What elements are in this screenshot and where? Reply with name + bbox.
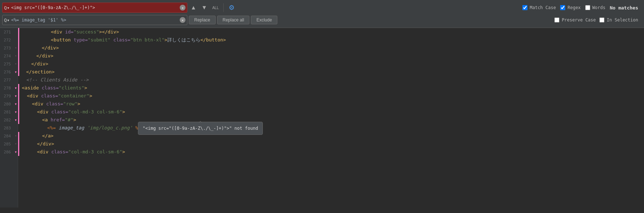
line-number-282: 282 ▼ [0, 116, 18, 124]
clear-search-button[interactable]: ✕ [180, 5, 186, 11]
replace-input[interactable]: <%= image_tag '$1' %> [11, 17, 178, 23]
code-line-275: </div> [22, 60, 644, 68]
line-number-273: 273 ◦ [0, 44, 18, 52]
line-number-283: 283 [0, 124, 18, 132]
exclude-button[interactable]: Exclude [251, 16, 277, 24]
code-line-280: <div class="row"> [22, 100, 644, 108]
nav-up-button[interactable]: ▲ [189, 4, 198, 12]
line-number-281: 281 ▼ [0, 108, 18, 116]
line-number-278: 278 ▼ [0, 84, 18, 92]
match-case-label: Match Case [530, 5, 556, 10]
regex-checkbox[interactable] [560, 5, 565, 10]
code-line-281: <div class="col-md-3 col-sm-6"> [22, 108, 644, 116]
clear-replace-button[interactable]: ✕ [180, 17, 186, 23]
right-controls: Match Case Regex Words No matches [522, 5, 642, 11]
separator [223, 3, 224, 12]
not-found-tooltip: "<img src="([0-9a-zA-Z\./\_-]+)">" not f… [138, 122, 263, 135]
match-case-group[interactable]: Match Case [522, 5, 556, 10]
line-number-272: 272 [0, 36, 18, 44]
line-number-279: 279 ▼ [0, 92, 18, 100]
search-panel: Q▾ <img src="([0-9a-zA-Z\./\_-]+)"> ✕ ▲ … [0, 0, 644, 28]
replace-row: Q▾ <%= image_tag '$1' %> ✕ Replace Repla… [0, 14, 644, 26]
code-line-274: </div> [22, 52, 644, 60]
in-selection-checkbox[interactable] [599, 17, 604, 23]
line-number-274: 274 ◦ [0, 52, 18, 60]
in-selection-label: In Selection [607, 17, 638, 23]
gear-button[interactable]: ⚙ [227, 3, 237, 12]
no-matches-badge: No matches [610, 5, 638, 11]
regex-label: Regex [567, 5, 580, 10]
code-line-276: </section> [22, 68, 644, 76]
second-row-right: Preserve Case In Selection [554, 17, 642, 23]
match-case-checkbox[interactable] [522, 5, 527, 10]
line-number-277: 277 [0, 76, 18, 84]
line-numbers: 271 272 273 ◦ 274 ◦ 275 ◦ [0, 28, 18, 156]
search-icon: Q▾ [4, 5, 10, 11]
line-gutter: 271 272 273 ◦ 274 ◦ 275 ◦ [0, 28, 18, 208]
code-line-271: <div id="success"></div> [22, 28, 644, 36]
line-number-285: 285 ◦ [0, 140, 18, 148]
line-number-284: 284 ◦ [0, 132, 18, 140]
line-number-276: 276 ▼ [0, 68, 18, 76]
regex-group[interactable]: Regex [560, 5, 580, 10]
replace-q-label: Q▾ [4, 17, 10, 23]
code-line-284: </a> [22, 132, 644, 140]
search-input[interactable]: <img src="([0-9a-zA-Z\./\_-]+)"> [11, 5, 178, 10]
preserve-case-group[interactable]: Preserve Case [554, 17, 596, 23]
code-line-272: <button type="submit" class="btn btn-xl"… [22, 36, 644, 44]
code-line-273: </div> [22, 44, 644, 52]
preserve-case-label: Preserve Case [562, 17, 596, 23]
preserve-case-checkbox[interactable] [554, 17, 559, 23]
words-checkbox[interactable] [585, 5, 590, 10]
line-number-286: 286 ▼ [0, 148, 18, 156]
code-line-282: <a href="#"> [22, 116, 644, 124]
search-q-label: Q▾ [4, 5, 10, 11]
replace-search-icon: Q▾ [4, 17, 10, 23]
code-line-285: </div> [22, 140, 644, 148]
code-content-area[interactable]: <div id="success"></div> <button type="s… [18, 28, 644, 208]
replace-button[interactable]: Replace [189, 16, 216, 24]
line-number-275: 275 ◦ [0, 60, 18, 68]
replace-all-button[interactable]: Replace all [217, 16, 249, 24]
in-selection-group[interactable]: In Selection [599, 17, 638, 23]
code-line-278: <aside class="clients"> [22, 84, 644, 92]
line-number-280: 280 ▼ [0, 100, 18, 108]
find-row: Q▾ <img src="([0-9a-zA-Z\./\_-]+)"> ✕ ▲ … [0, 1, 644, 14]
code-line-279: <div class="container"> [22, 92, 644, 100]
search-input-wrapper[interactable]: Q▾ <img src="([0-9a-zA-Z\./\_-]+)"> ✕ [2, 3, 187, 13]
words-label: Words [592, 5, 606, 10]
nav-all-button[interactable]: ALL [211, 5, 221, 11]
code-line-283: <%= image_tag 'img/logo_c.png' %> "<img … [22, 124, 644, 132]
line-number-271: 271 [0, 28, 18, 36]
code-editor: 271 272 273 ◦ 274 ◦ 275 ◦ [0, 28, 644, 208]
code-line-277: <!-- Clients Aside --> [22, 76, 644, 84]
replace-input-wrapper[interactable]: Q▾ <%= image_tag '$1' %> ✕ [2, 15, 187, 25]
words-group[interactable]: Words [585, 5, 606, 10]
code-line-286: <div class="col-md-3 col-sm-6"> [22, 148, 644, 156]
nav-down-button[interactable]: ▼ [200, 4, 209, 12]
